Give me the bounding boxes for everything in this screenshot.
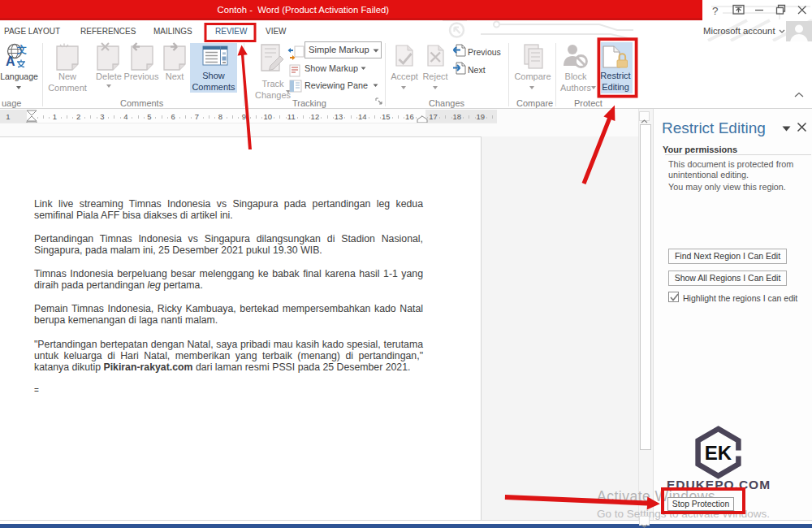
svg-text:A: A [6,54,15,68]
svg-text:EK: EK [705,442,732,464]
svg-text:文: 文 [16,44,27,55]
svg-text:?: ? [712,5,719,17]
